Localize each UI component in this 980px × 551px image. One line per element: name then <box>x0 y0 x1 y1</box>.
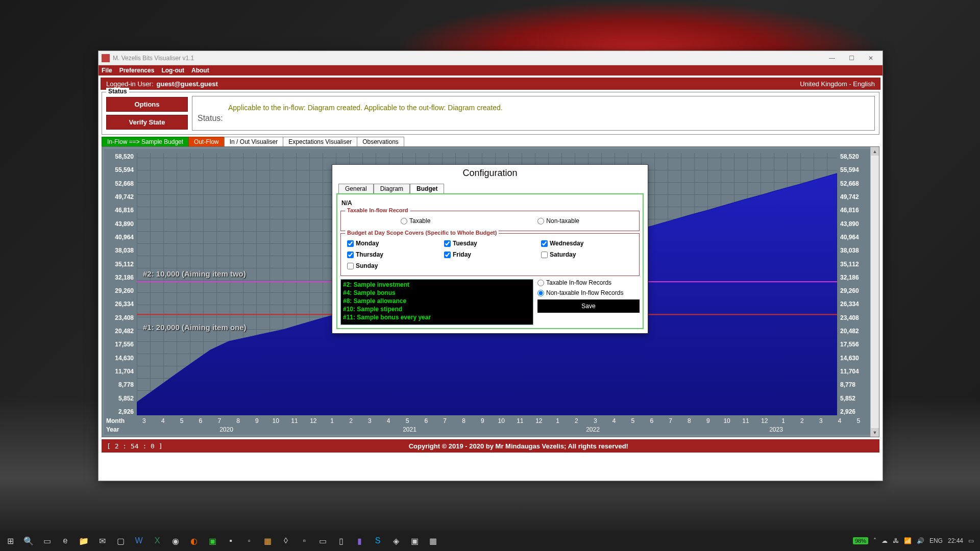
checkbox-tuesday[interactable]: Tuesday <box>444 240 536 247</box>
user-name: guest@guest.guest <box>157 80 218 88</box>
taxable-legend: Taxable In-flow Record <box>345 207 410 213</box>
language-indicator[interactable]: ENG <box>929 537 943 544</box>
system-tray[interactable]: 98% ˄ ☁ 🖧 📶 🔊 ENG 22:44 ▭ <box>853 537 978 544</box>
radio-nontaxable[interactable]: Non-taxable <box>537 217 579 224</box>
status-frame: Status Options Verify State Applicable t… <box>102 92 879 135</box>
app-icon-1[interactable]: ▢ <box>112 533 129 549</box>
config-body: N/A Taxable In-flow Record Taxable Non-t… <box>336 193 644 329</box>
menu-about[interactable]: About <box>191 67 209 74</box>
battery-indicator[interactable]: 98% <box>853 537 868 544</box>
task-view-icon[interactable]: ▭ <box>39 533 55 549</box>
radio-taxable[interactable]: Taxable <box>401 217 430 224</box>
options-button[interactable]: Options <box>106 97 188 112</box>
skype-icon[interactable]: S <box>370 533 386 549</box>
app-icon-9[interactable]: ▮ <box>351 533 368 549</box>
list-item[interactable]: #10: Sample stipend <box>342 305 532 313</box>
tab-observations[interactable]: Observations <box>357 137 404 146</box>
app-icon-7[interactable]: ▭ <box>314 533 331 549</box>
save-button[interactable]: Save <box>537 299 640 313</box>
config-tabstrip: General Diagram Budget <box>338 184 648 193</box>
start-button[interactable]: ⊞ <box>2 533 18 549</box>
excel-icon[interactable]: X <box>149 533 165 549</box>
chart-scrollbar[interactable]: ▲ ▼ <box>870 147 879 437</box>
menu-preferences[interactable]: Preferences <box>119 67 155 74</box>
radio-taxable-records[interactable]: Taxable In-flow Records <box>537 279 640 286</box>
notifications-icon[interactable]: ▭ <box>968 537 974 544</box>
month-ticks: 3456789101112123456789101112123456789101… <box>135 417 868 424</box>
app-icon-3[interactable]: ◦ <box>241 533 257 549</box>
config-tab-budget[interactable]: Budget <box>410 184 444 193</box>
radio-nontaxable-records[interactable]: Non-taxable In-flow Records <box>537 289 640 296</box>
tray-chevron-icon[interactable]: ˄ <box>873 537 876 544</box>
scroll-down-icon[interactable]: ▼ <box>871 428 879 437</box>
edge-icon[interactable]: e <box>57 533 74 549</box>
session-timer: [ 2 : 54 : 0 ] <box>107 442 163 450</box>
titlebar[interactable]: M. Vezelis Bits Visualiser v1.1 — ☐ ✕ <box>99 51 883 65</box>
cloud-icon[interactable]: ☁ <box>881 537 888 544</box>
app-icon-12[interactable]: ▦ <box>425 533 441 549</box>
x-axis: Month 3456789101112123456789101112123456… <box>106 416 868 434</box>
config-tab-diagram[interactable]: Diagram <box>374 184 410 193</box>
wifi-icon[interactable]: 📶 <box>904 537 912 544</box>
list-item[interactable]: #8: Sample allowance <box>342 297 532 305</box>
chart-annotation-2: #2: 10,000 (Aiming item two) <box>143 269 246 278</box>
word-icon[interactable]: W <box>131 533 147 549</box>
menubar: File Preferences Log-out About <box>99 65 883 76</box>
app-icon-6[interactable]: ▫ <box>296 533 312 549</box>
app-icon-11[interactable]: ▣ <box>406 533 423 549</box>
app-icon-4[interactable]: ▦ <box>259 533 276 549</box>
volume-icon[interactable]: 🔊 <box>917 537 924 544</box>
tab-inflow[interactable]: In-Flow ==> Sample Budget <box>102 137 189 146</box>
user-bar: Logged-in User: guest@guest.guest United… <box>101 78 880 90</box>
days-legend: Budget at Day Scope Covers (Specific to … <box>345 230 499 236</box>
tab-expectations[interactable]: Expectations Visualiser <box>283 137 357 146</box>
tab-outflow[interactable]: Out-Flow <box>188 137 225 146</box>
scroll-up-icon[interactable]: ▲ <box>871 147 879 156</box>
chrome-icon[interactable]: ◉ <box>167 533 184 549</box>
locale-label: United Kingdom - English <box>800 80 875 88</box>
list-item[interactable]: #2: Sample investment <box>342 281 532 289</box>
app-icon-8[interactable]: ▯ <box>333 533 349 549</box>
verify-state-button[interactable]: Verify State <box>106 115 188 130</box>
main-tabstrip: In-Flow ==> Sample Budget Out-Flow In / … <box>102 137 879 146</box>
app-icon <box>102 54 110 62</box>
checkbox-thursday[interactable]: Thursday <box>347 251 439 258</box>
status-frame-legend: Status <box>106 88 129 95</box>
checkbox-sunday[interactable]: Sunday <box>347 262 439 269</box>
search-icon[interactable]: 🔍 <box>20 533 37 549</box>
close-button[interactable]: ✕ <box>866 54 875 63</box>
footer-bar: [ 2 : 54 : 0 ] Copyright © 2019 - 2020 b… <box>102 439 879 453</box>
maximize-button[interactable]: ☐ <box>847 54 856 63</box>
checkbox-wednesday[interactable]: Wednesday <box>541 240 633 247</box>
status-label: Status: <box>198 114 869 123</box>
mail-icon[interactable]: ✉ <box>94 533 110 549</box>
config-title: Configuration <box>332 165 648 182</box>
list-item[interactable]: #11: Sample bonus every year <box>342 313 532 321</box>
list-item[interactable]: #4: Sample bonus <box>342 289 532 297</box>
explorer-icon[interactable]: 📁 <box>76 533 92 549</box>
minimize-button[interactable]: — <box>827 54 837 63</box>
copyright-text: Copyright © 2019 - 2020 by Mr Mindaugas … <box>409 442 628 450</box>
clock[interactable]: 22:44 <box>948 537 963 544</box>
menu-logout[interactable]: Log-out <box>161 67 184 74</box>
terminal-icon[interactable]: ▪ <box>223 533 239 549</box>
x-month-label: Month <box>106 417 135 424</box>
app-icon-10[interactable]: ◈ <box>388 533 404 549</box>
records-listbox[interactable]: #2: Sample investment#4: Sample bonus#8:… <box>340 279 533 325</box>
checkbox-friday[interactable]: Friday <box>444 251 536 258</box>
network-icon[interactable]: 🖧 <box>893 537 899 544</box>
config-tab-general[interactable]: General <box>338 184 374 193</box>
taskbar[interactable]: ⊞ 🔍 ▭ e 📁 ✉ ▢ W X ◉ ◐ ▣ ▪ ◦ ▦ ◊ ▫ ▭ ▯ ▮ … <box>0 531 980 551</box>
tab-inout[interactable]: In / Out Visualiser <box>224 137 284 146</box>
app-icon-2[interactable]: ▣ <box>204 533 220 549</box>
days-fieldset: Budget at Day Scope Covers (Specific to … <box>340 233 640 276</box>
year-ticks: 2020202120222023 <box>135 426 868 433</box>
checkbox-monday[interactable]: Monday <box>347 240 439 247</box>
user-label: Logged-in User: <box>106 80 154 88</box>
menu-file[interactable]: File <box>102 67 112 74</box>
firefox-icon[interactable]: ◐ <box>186 533 202 549</box>
app-icon-5[interactable]: ◊ <box>278 533 294 549</box>
window-title: M. Vezelis Bits Visualiser v1.1 <box>113 55 194 62</box>
checkbox-saturday[interactable]: Saturday <box>541 251 633 258</box>
y-axis-left: 58,52055,59452,66849,74246,81643,89040,9… <box>106 153 136 415</box>
